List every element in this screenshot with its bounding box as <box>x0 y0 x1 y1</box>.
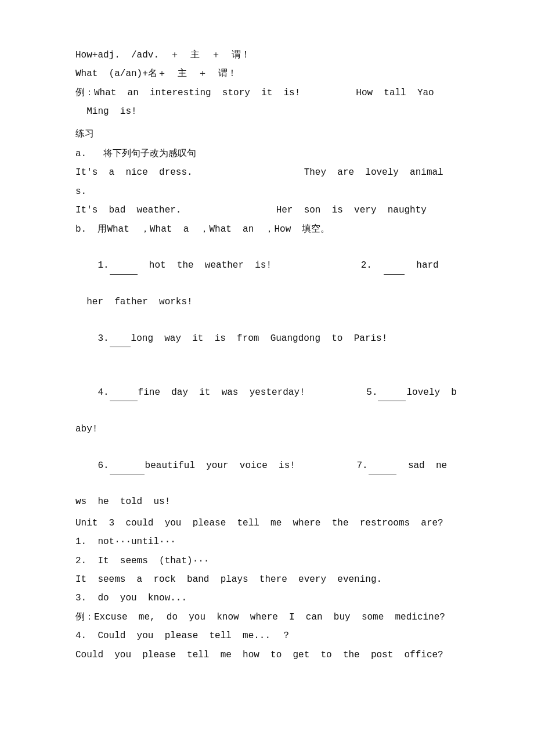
line-not-until: 1. not···until··· <box>75 533 464 550</box>
line-6: a. 将下列句子改为感叹句 <box>75 145 464 163</box>
line-1: How+adj. /adv. ＋ 主 ＋ 谓！ <box>75 46 464 64</box>
line-10: b. 用What ，What a ，What an ，How 填空。 <box>75 221 464 238</box>
blank-4[interactable] <box>110 401 138 401</box>
line-could-you-1: 4. Could you please tell me... ？ <box>75 627 464 645</box>
line-do-you-know: 3. do you know... <box>75 589 464 607</box>
blank-3[interactable] <box>110 347 131 347</box>
line-7: It's a nice dress. They are lovely anima… <box>75 164 464 181</box>
line-9: It's bad weather. Her son is very naught… <box>75 201 464 219</box>
line-fill3: 3.long way it is from Guangdong to Paris… <box>75 312 464 365</box>
text-hard: hard <box>405 260 439 271</box>
line-ws: ws he told us! <box>75 493 464 510</box>
line-8: s. <box>75 183 464 200</box>
page-content: How+adj. /adv. ＋ 主 ＋ 谓！ What (a/an)+名＋ 主… <box>75 46 464 664</box>
blank-6[interactable] <box>110 474 145 474</box>
text-sad: sad ne <box>397 460 447 471</box>
blank-1[interactable] <box>110 274 138 275</box>
line-2: What (a/an)+名＋ 主 ＋ 谓！ <box>75 65 464 82</box>
line-could-you-2: Could you please tell me how to get to t… <box>75 646 464 664</box>
line-4: Ming is! <box>75 103 464 120</box>
line-rock-band: It seems a rock band plays there every e… <box>75 571 464 588</box>
text-hot: hot the weather is! 2. <box>138 260 383 271</box>
num-4: 4. <box>98 387 109 398</box>
text-beautiful: beautiful your voice is! 7. <box>145 460 368 471</box>
line-3: 例：What an interesting story it is! How t… <box>75 84 464 102</box>
line-fill1b: her father works! <box>75 293 464 311</box>
num-3: 3. <box>98 333 109 344</box>
blank-2[interactable] <box>384 274 405 275</box>
text-lovely: lovely b <box>406 387 456 398</box>
blank-7[interactable] <box>369 474 396 474</box>
line-fill1: 1. hot the weather is! 2. hard <box>75 239 464 292</box>
line-5: 练习 <box>75 125 464 143</box>
line-excuse-me: 例：Excuse me, do you know where I can buy… <box>75 609 464 626</box>
text-long: long way it is from Guangdong to Paris! <box>131 333 388 344</box>
line-it-seems: 2. It seems (that)··· <box>75 552 464 570</box>
line-fill4: 4.fine day it was yesterday! 5.lovely b <box>75 366 464 419</box>
line-fill6: 6.beautiful your voice is! 7. sad ne <box>75 439 464 492</box>
blank-5[interactable] <box>378 401 406 401</box>
num-6: 6. <box>98 460 109 471</box>
num-1: 1. <box>98 260 109 271</box>
line-unit3: Unit 3 could you please tell me where th… <box>75 514 464 532</box>
text-fine: fine day it was yesterday! 5. <box>138 387 378 398</box>
line-aby: aby! <box>75 420 464 438</box>
